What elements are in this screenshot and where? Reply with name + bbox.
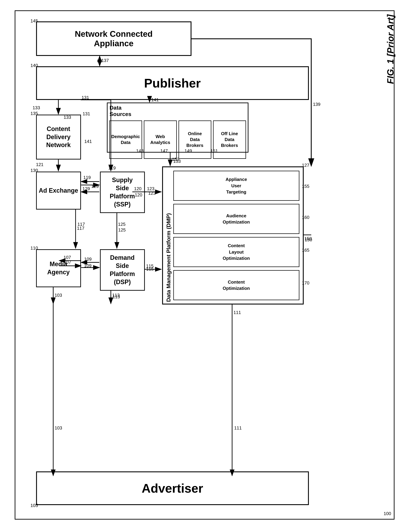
svg-text:133: 133 [32, 105, 40, 110]
ref-129-label: 129 [91, 184, 99, 189]
dmp-appliance-targeting: ApplianceUserTargeting [173, 171, 299, 201]
dmp-audience-opt: AudienceOptimization [173, 204, 299, 234]
ref-117-label: 117 [77, 222, 85, 227]
svg-text:121: 121 [36, 162, 43, 167]
ref-107-label: 107 [64, 260, 71, 265]
svg-text:139: 139 [313, 102, 320, 107]
box-advertiser: Advertiser [36, 471, 309, 505]
ref-147: 147 [160, 148, 168, 154]
ref-130: 130 [31, 168, 38, 173]
figure-label: FIG. 1 [Prior Art] [385, 15, 396, 84]
box-media: MediaAgency [36, 249, 81, 287]
box-adex: Ad Exchange [36, 172, 81, 210]
svg-text:119: 119 [108, 165, 116, 170]
svg-text:119: 119 [83, 175, 91, 180]
ds-onlinebrokers: OnlineDataBrokers [178, 120, 212, 159]
ref-133-label: 133 [64, 115, 71, 120]
nca-label: Network ConnectedAppliance [75, 29, 153, 48]
ref-155: 155 [302, 184, 309, 189]
ref-143: 143 [136, 148, 144, 154]
ref-145: 145 [31, 18, 38, 24]
ref-125-label: 125 [118, 222, 126, 227]
dmp-inner: ApplianceUserTargeting AudienceOptimizat… [173, 171, 299, 300]
ref-165: 165 [302, 248, 309, 253]
dmp-label: Data Management Platform (DMP) [163, 167, 174, 304]
svg-text:129: 129 [82, 186, 90, 191]
publisher-label: Publisher [144, 76, 201, 90]
ref-100: 100 [384, 511, 391, 516]
ref-151: 151 [210, 148, 218, 154]
ref-160: 160 [302, 215, 309, 220]
advertiser-label: Advertiser [142, 481, 203, 495]
dmp-content-opt: ContentOptimization [173, 270, 299, 300]
svg-text:111: 111 [233, 310, 241, 315]
adex-label: Ad Exchange [39, 187, 78, 195]
svg-text:109: 109 [84, 257, 92, 262]
ref-140: 140 [31, 63, 38, 68]
ref-127: 127 [302, 163, 309, 168]
datasources-label: DataSources [108, 103, 248, 119]
box-dsp: DemandSidePlatform(DSP) [100, 249, 145, 291]
ref-120-label: 120 [135, 192, 142, 198]
dsp-label: DemandSidePlatform(DSP) [110, 254, 135, 286]
ref-150-label: 150 [305, 237, 312, 243]
cdn-label: ContentDeliveryNetwork [46, 125, 71, 149]
box-datasources: DataSources DemographicData WebAnalytics… [107, 102, 248, 153]
ref-105: 105 [31, 503, 38, 508]
box-cdn: ContentDeliveryNetwork [36, 115, 81, 159]
box-dmp: Data Management Platform (DMP) Appliance… [162, 166, 304, 304]
dmp-content-layout: ContentLayoutOptimization [173, 237, 299, 267]
ref-123-label: 123 [148, 191, 156, 196]
ref-135: 135 [31, 111, 38, 116]
svg-text:125: 125 [118, 228, 126, 232]
ref-109-label: 109 [84, 263, 92, 268]
ref-131-label: 131 [83, 111, 90, 117]
ref-153-label: 153 [173, 159, 181, 164]
ref-113-label: 113 [112, 294, 120, 300]
diagram-page: FIG. 1 [Prior Art] 100 Network Connected… [15, 10, 394, 520]
ref-149: 149 [185, 148, 192, 154]
ref-103-label: 103 [55, 425, 62, 431]
ssp-label: SupplySidePlatform(SSP) [110, 176, 135, 208]
box-nca: Network ConnectedAppliance [36, 21, 191, 56]
ref-111-label: 111 [234, 425, 242, 431]
ds-offlinebrokers: Off LineDataBrokers [213, 120, 246, 159]
ref-110: 110 [31, 246, 38, 251]
svg-text:103: 103 [55, 293, 62, 298]
datasources-inner: DemographicData WebAnalytics OnlineDataB… [109, 120, 246, 159]
svg-text:123: 123 [147, 186, 154, 191]
svg-text:137: 137 [101, 58, 109, 63]
box-publisher: Publisher [36, 66, 309, 100]
ref-170: 170 [302, 280, 309, 286]
ref-115-label: 115 [146, 266, 154, 272]
ref-141-label: 141 [84, 139, 92, 144]
